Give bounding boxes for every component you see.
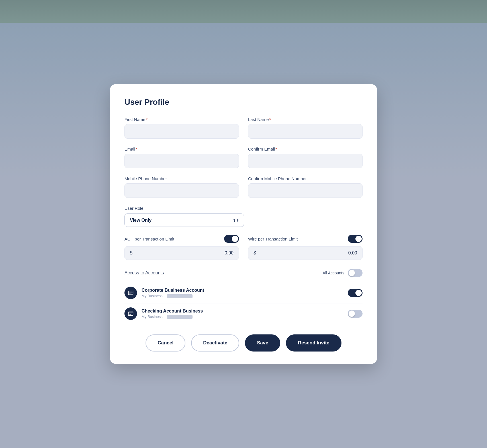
wire-limit-input-wrapper: $	[248, 246, 363, 260]
first-name-group: First Name*	[124, 117, 239, 139]
account-icon-checking	[124, 307, 137, 320]
last-name-group: Last Name*	[248, 117, 363, 139]
all-accounts-toggle-group: All Accounts	[323, 269, 363, 277]
all-accounts-toggle-slider	[348, 269, 363, 277]
last-name-required: *	[269, 117, 271, 122]
email-label: Email*	[124, 147, 239, 151]
transaction-limits-row: ACH per Transaction Limit $ Wire per Tra…	[124, 235, 363, 260]
footer-buttons: Cancel Deactivate Save Resend Invite	[124, 334, 363, 352]
last-name-label: Last Name*	[248, 117, 363, 122]
save-button[interactable]: Save	[245, 334, 280, 352]
confirm-mobile-group: Confirm Mobile Phone Number	[248, 176, 363, 198]
confirm-email-label: Confirm Email*	[248, 147, 363, 151]
confirm-mobile-label: Confirm Mobile Phone Number	[248, 176, 363, 181]
modal-title: User Profile	[124, 98, 363, 107]
mobile-row: Mobile Phone Number Confirm Mobile Phone…	[124, 176, 363, 198]
accounts-section: Access to Accounts All Accounts	[124, 269, 363, 324]
corporate-account-toggle[interactable]	[348, 289, 363, 297]
checking-account-toggle-slider	[348, 310, 363, 318]
account-number-blur-2	[167, 315, 193, 319]
first-name-required: *	[146, 117, 148, 122]
email-input[interactable]	[124, 154, 239, 168]
mobile-input[interactable]	[124, 183, 239, 198]
mobile-label: Mobile Phone Number	[124, 176, 239, 181]
account-sub-checking: My Business -	[142, 315, 343, 319]
account-number-blur	[167, 294, 193, 298]
wire-limit-group: Wire per Transaction Limit $	[248, 235, 363, 260]
wire-currency-symbol: $	[253, 250, 256, 256]
account-info-checking: Checking Account Business My Business -	[142, 309, 343, 319]
list-item: Checking Account Business My Business -	[124, 303, 363, 324]
account-icon-corporate	[124, 287, 137, 299]
resend-invite-button[interactable]: Resend Invite	[286, 334, 341, 352]
wire-limit-label: Wire per Transaction Limit	[248, 237, 298, 241]
checking-account-toggle[interactable]	[348, 310, 363, 318]
confirm-email-group: Confirm Email*	[248, 147, 363, 168]
list-item: Corporate Business Account My Business -	[124, 283, 363, 303]
cancel-button[interactable]: Cancel	[146, 334, 185, 352]
ach-limit-label: ACH per Transaction Limit	[124, 237, 174, 241]
corporate-account-toggle-slider	[348, 289, 363, 297]
ach-currency-symbol: $	[130, 250, 132, 256]
first-name-input[interactable]	[124, 124, 239, 139]
email-group: Email*	[124, 147, 239, 168]
ach-limit-header: ACH per Transaction Limit	[124, 235, 239, 243]
email-required: *	[136, 147, 138, 151]
wire-toggle[interactable]	[348, 235, 363, 243]
wire-toggle-slider	[348, 235, 363, 243]
accounts-title: Access to Accounts	[124, 270, 164, 276]
account-sub-corporate: My Business -	[142, 294, 343, 298]
user-role-section: User Role View Only Full Access Admin ⬆⬇	[124, 206, 363, 227]
deactivate-button[interactable]: Deactivate	[191, 334, 239, 352]
ach-toggle[interactable]	[224, 235, 239, 243]
name-row: First Name* Last Name*	[124, 117, 363, 139]
ach-toggle-slider	[224, 235, 239, 243]
ach-limit-input-wrapper: $	[124, 246, 239, 260]
user-role-select-wrapper: View Only Full Access Admin ⬆⬇	[124, 213, 244, 227]
accounts-header: Access to Accounts All Accounts	[124, 269, 363, 277]
modal-overlay: User Profile First Name* Last Name* Emai…	[0, 0, 487, 448]
mobile-group: Mobile Phone Number	[124, 176, 239, 198]
first-name-label: First Name*	[124, 117, 239, 122]
ach-limit-group: ACH per Transaction Limit $	[124, 235, 239, 260]
account-info-corporate: Corporate Business Account My Business -	[142, 288, 343, 298]
wire-limit-header: Wire per Transaction Limit	[248, 235, 363, 243]
account-name-checking: Checking Account Business	[142, 309, 343, 314]
last-name-input[interactable]	[248, 124, 363, 139]
user-profile-modal: User Profile First Name* Last Name* Emai…	[110, 84, 377, 364]
confirm-email-required: *	[275, 147, 277, 151]
user-role-select[interactable]: View Only Full Access Admin	[124, 213, 244, 227]
wire-limit-input[interactable]	[258, 250, 357, 256]
email-row: Email* Confirm Email*	[124, 147, 363, 168]
user-role-label: User Role	[124, 206, 363, 211]
all-accounts-toggle[interactable]	[348, 269, 363, 277]
confirm-email-input[interactable]	[248, 154, 363, 168]
confirm-mobile-input[interactable]	[248, 183, 363, 198]
account-name-corporate: Corporate Business Account	[142, 288, 343, 293]
all-accounts-label: All Accounts	[323, 271, 344, 275]
ach-limit-input[interactable]	[134, 250, 234, 256]
